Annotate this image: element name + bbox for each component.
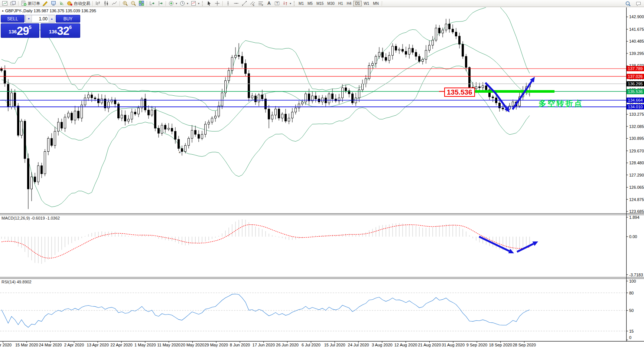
macd-tick: 0.00 <box>629 234 637 239</box>
svg-text:E: E <box>253 4 254 6</box>
chart-canvas[interactable]: * <box>0 0 644 349</box>
date-tick: 15 Jul 2020 <box>324 343 345 347</box>
rsi-indicator-label: RSI(14) 49.8902 <box>1 280 32 284</box>
price-badge-137.026: 137.026 <box>627 74 644 79</box>
arrows-button[interactable]: ▾ <box>281 0 292 7</box>
timeframe-H1[interactable]: H1 <box>336 1 345 6</box>
price-tick: 142.900 <box>629 14 644 19</box>
timeframe-M1[interactable]: M1 <box>297 1 306 6</box>
chart-title: ▲GBPJPY-,Daily 135.987 136.375 135.039 1… <box>1 9 96 13</box>
indicators-button[interactable]: ▾ <box>167 0 178 7</box>
channel-button[interactable]: E <box>248 0 257 7</box>
signals-button[interactable] <box>58 0 66 7</box>
hline-button[interactable] <box>232 0 240 7</box>
date-tick: 13 Apr 2020 <box>87 343 109 347</box>
profiles-button[interactable] <box>9 0 17 7</box>
chart-bars-button[interactable] <box>94 0 102 7</box>
autotrading-icon <box>67 0 73 6</box>
price-tick: 141.675 <box>629 27 644 32</box>
zoom-out-icon <box>130 0 136 6</box>
cursor-button[interactable] <box>205 0 213 7</box>
timeframe-D1[interactable]: D1 <box>353 1 362 6</box>
arrows-icon <box>282 0 288 6</box>
toolbar-separator <box>18 1 19 6</box>
trendline-icon <box>241 0 247 6</box>
channel-icon: E <box>250 0 256 6</box>
market-button[interactable] <box>49 0 58 7</box>
new-chart-icon <box>2 0 8 6</box>
date-tick: 20 May 2020 <box>181 343 205 347</box>
timeframe-M5[interactable]: M5 <box>306 1 315 6</box>
macd-indicator-label: MACD(12,26,9) -0.6019 -1.0362 <box>1 216 60 220</box>
volume-input[interactable] <box>32 15 49 22</box>
timeframe-W1[interactable]: W1 <box>362 1 371 6</box>
price-tick: 128.480 <box>629 161 644 165</box>
price-tick: 126.065 <box>629 185 644 190</box>
chat-button[interactable] <box>634 0 643 7</box>
chart-candles-button[interactable] <box>102 0 110 7</box>
auto-scroll-button[interactable] <box>148 0 156 7</box>
volume-increase-button[interactable]: ▲ <box>49 15 55 22</box>
arrows-caret-icon: ▾ <box>290 2 291 5</box>
templates-caret-icon: ▾ <box>198 2 199 5</box>
chart-ohlc-values: 135.987 136.375 135.039 136.295 <box>34 9 96 13</box>
price-tick: 139.295 <box>629 51 644 56</box>
timeframe-M15[interactable]: M15 <box>315 1 325 6</box>
zoom-in-icon <box>122 0 128 6</box>
toolbar-separator <box>147 1 147 6</box>
toolbar-separator <box>120 1 120 6</box>
new-order-button[interactable]: 新订单 <box>20 0 41 7</box>
sell-price-display[interactable]: 136 29 5 <box>1 23 39 38</box>
buy-price-display[interactable]: 136 32 6 <box>40 23 80 38</box>
timeframe-H4[interactable]: H4 <box>345 1 354 6</box>
svg-text:*: * <box>179 150 181 156</box>
metaeditor-button[interactable] <box>41 0 49 7</box>
fibonacci-icon: F <box>258 0 264 6</box>
price-badge-135.536: 135.536 <box>627 89 644 94</box>
crosshair-icon <box>214 0 220 6</box>
chart-line-button[interactable] <box>110 0 118 7</box>
periods-icon <box>179 0 185 6</box>
one-click-trading-panel: SELL ▼ ▲ BUY 136 29 5 136 32 6 <box>1 15 80 38</box>
svg-text:F: F <box>262 4 263 6</box>
crosshair-button[interactable] <box>213 0 221 7</box>
zoom-out-button[interactable] <box>129 0 137 7</box>
mt4-window: 新订单自动交易▾▾▾EFAT▾M1M5M15M30H1H4D1W1MN * ▲G… <box>0 0 644 349</box>
autotrading-button[interactable]: 自动交易 <box>66 0 91 7</box>
timeframe-MN[interactable]: MN <box>371 1 381 6</box>
tile-windows-button[interactable] <box>137 0 146 7</box>
date-tick: 15 Mar 2020 <box>15 343 38 347</box>
hline-icon <box>233 0 239 6</box>
chart-shift-button[interactable] <box>156 0 165 7</box>
periods-button[interactable]: ▾ <box>178 0 189 7</box>
label-button[interactable]: T <box>273 0 281 7</box>
price-badge-136.295: 136.295 <box>627 81 644 86</box>
support-price-label[interactable]: 135.536 <box>444 88 475 97</box>
templates-button[interactable]: ▾ <box>189 0 201 7</box>
trendline-button[interactable] <box>240 0 248 7</box>
date-tick: 24 Jul 2020 <box>348 343 369 347</box>
date-tick: 12 Aug 2020 <box>394 343 417 347</box>
buy-button[interactable]: BUY <box>56 15 80 23</box>
timeframe-M30[interactable]: M30 <box>325 1 336 6</box>
sell-button[interactable]: SELL <box>1 15 25 23</box>
rsi-tick: 0 <box>629 335 631 340</box>
vline-button[interactable] <box>224 0 232 7</box>
rsi-tick: 100 <box>629 279 636 283</box>
volume-decrease-button[interactable]: ▼ <box>26 15 32 22</box>
new-chart-button[interactable] <box>1 0 9 7</box>
new-order-label: 新订单 <box>28 1 40 6</box>
buy-price-point: 6 <box>69 25 72 30</box>
date-tick: 9 Sep 2020 <box>466 343 487 347</box>
search-button[interactable] <box>624 0 632 7</box>
text-button[interactable]: A <box>265 0 273 7</box>
price-badge-137.789: 137.789 <box>627 66 644 71</box>
toolbar-grip <box>202 1 204 6</box>
date-tick: 24 Mar 2020 <box>39 343 62 347</box>
turning-point-note[interactable]: 多空转折点 <box>539 98 583 109</box>
zoom-in-button[interactable] <box>121 0 129 7</box>
price-tick: 129.670 <box>629 149 644 153</box>
toolbar-grip <box>294 1 295 6</box>
date-tick: 6 Jul 2020 <box>302 343 321 347</box>
fibonacci-button[interactable]: F <box>257 0 265 7</box>
